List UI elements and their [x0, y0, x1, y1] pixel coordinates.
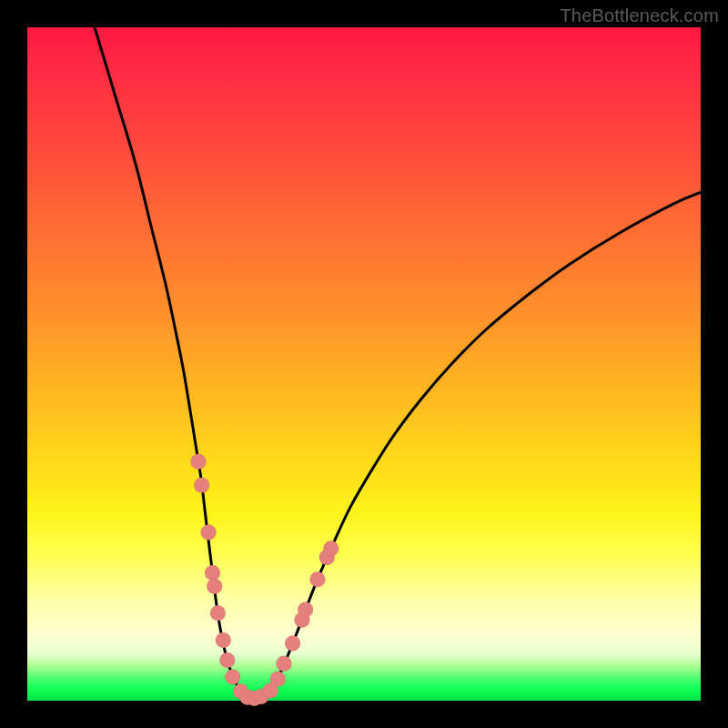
highlight-dot	[270, 672, 286, 687]
highlight-dot	[276, 656, 291, 672]
chart-stage: TheBottleneck.com	[0, 0, 728, 728]
highlight-dots	[190, 454, 339, 706]
highlight-dot	[201, 525, 217, 541]
highlight-dot	[285, 636, 300, 652]
highlight-dot	[323, 541, 339, 556]
highlight-dot	[207, 579, 222, 594]
highlight-dot	[210, 605, 226, 621]
highlight-dot	[309, 571, 325, 587]
plot-area	[27, 27, 701, 701]
highlight-dot	[194, 478, 209, 493]
highlight-dot	[219, 652, 235, 668]
watermark-text: TheBottleneck.com	[560, 5, 719, 26]
highlight-dot	[298, 602, 313, 618]
curve-svg	[27, 27, 701, 701]
highlight-dot	[190, 454, 206, 470]
bottleneck-curve	[95, 27, 701, 699]
highlight-dot	[216, 632, 231, 648]
highlight-dot	[225, 670, 240, 685]
highlight-dot	[205, 565, 220, 581]
